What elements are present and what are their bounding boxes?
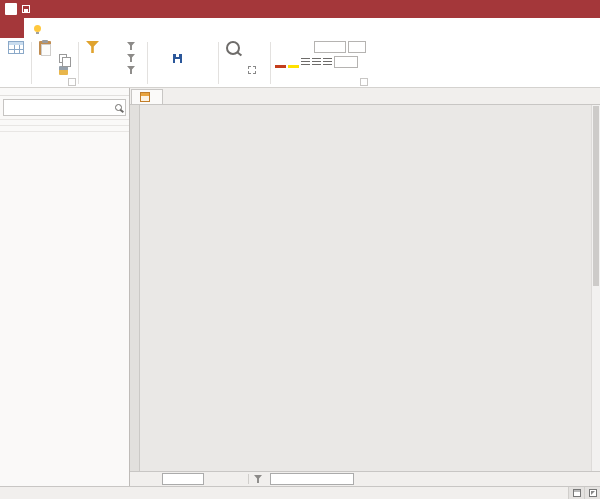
titlebar — [0, 0, 600, 18]
spelling-button[interactable] — [194, 52, 214, 64]
nav-section-forms[interactable] — [0, 131, 129, 137]
group-sort-filter — [80, 39, 146, 87]
tab-file[interactable] — [0, 18, 24, 38]
nav-object-list — [0, 119, 129, 486]
form-icon — [140, 92, 150, 102]
save-icon — [22, 5, 30, 13]
separator — [248, 474, 249, 484]
quick-save-button[interactable] — [22, 4, 30, 15]
highlight-color-button[interactable] — [288, 55, 299, 68]
view-icon — [8, 41, 24, 54]
form-view-button[interactable] — [568, 487, 584, 499]
find-button[interactable] — [223, 39, 243, 56]
align-left-button[interactable] — [301, 58, 310, 65]
filter-status-icon — [254, 475, 262, 483]
scrollbar-thumb[interactable] — [593, 106, 599, 286]
select-icon — [248, 66, 256, 74]
record-selector-bar[interactable] — [130, 105, 140, 471]
document-tab-bar — [130, 88, 600, 105]
advanced-filter-button[interactable] — [125, 52, 143, 64]
copy-icon — [59, 54, 67, 63]
form-view — [130, 105, 600, 471]
align-center-button[interactable] — [312, 58, 321, 65]
copy-button[interactable] — [57, 52, 74, 64]
dialog-launcher-icon[interactable] — [360, 78, 368, 86]
align-right-button[interactable] — [323, 58, 332, 65]
status-bar — [0, 486, 600, 499]
paste-icon — [39, 41, 51, 55]
cut-button[interactable] — [57, 40, 74, 52]
find-icon — [226, 41, 240, 55]
group-label-sort-filter — [83, 76, 143, 87]
more-button[interactable] — [194, 64, 214, 76]
font-color-button[interactable] — [275, 55, 286, 68]
selection-button[interactable] — [125, 40, 143, 52]
bold-button[interactable] — [275, 41, 286, 53]
view-shortcuts — [568, 487, 600, 499]
search-icon — [115, 104, 122, 111]
group-separator — [270, 42, 271, 84]
group-label-records — [152, 76, 214, 87]
replace-button[interactable] — [246, 40, 266, 52]
save-icon — [173, 54, 182, 63]
ribbon-tab-bar — [0, 18, 600, 38]
italic-button[interactable] — [288, 41, 299, 53]
paste-button[interactable] — [36, 39, 54, 57]
descending-button[interactable] — [105, 52, 122, 64]
document-area — [130, 88, 600, 486]
design-view-button[interactable] — [584, 487, 600, 499]
nav-search-input[interactable] — [7, 103, 113, 113]
form-view-icon — [573, 489, 581, 497]
filter-button[interactable] — [83, 39, 102, 54]
toggle-filter-button[interactable] — [125, 64, 143, 76]
record-position-box[interactable] — [162, 473, 204, 485]
access-app-icon — [5, 3, 17, 15]
group-text-formatting — [272, 39, 369, 87]
underline-button[interactable] — [301, 41, 312, 53]
new-record-ribbon-button[interactable] — [171, 40, 191, 52]
design-view-icon — [589, 489, 597, 497]
font-size-dropdown[interactable] — [348, 41, 366, 53]
group-views — [2, 39, 30, 87]
group-separator — [78, 42, 79, 84]
group-clipboard — [33, 39, 77, 87]
group-label-find — [223, 76, 266, 87]
navigation-pane — [0, 88, 130, 486]
font-name-dropdown[interactable] — [314, 41, 346, 53]
group-separator — [31, 42, 32, 84]
access-window — [0, 0, 600, 499]
format-painter-icon — [59, 66, 68, 75]
group-label-views — [5, 76, 27, 87]
group-separator — [147, 42, 148, 84]
lightbulb-icon — [34, 25, 41, 32]
toggle-filter-icon — [127, 66, 135, 74]
ascending-button[interactable] — [105, 40, 122, 52]
go-to-button[interactable] — [246, 52, 266, 64]
dialog-launcher-icon[interactable] — [68, 78, 76, 86]
filter-icon — [86, 41, 99, 53]
document-tab-frmEmployee[interactable] — [131, 89, 163, 104]
group-records — [149, 39, 217, 87]
workspace — [0, 88, 600, 486]
advanced-filter-icon — [127, 54, 135, 62]
view-button[interactable] — [5, 39, 27, 56]
selection-filter-icon — [127, 42, 135, 50]
save-record-button[interactable] — [171, 52, 191, 64]
record-navigation-bar — [130, 471, 600, 486]
ribbon — [0, 38, 600, 88]
nav-pane-header[interactable] — [0, 88, 129, 96]
totals-button[interactable] — [194, 40, 214, 52]
nav-search-box — [3, 99, 126, 116]
group-separator — [218, 42, 219, 84]
group-label-text-formatting — [275, 76, 366, 87]
select-button[interactable] — [246, 64, 266, 76]
delete-record-button[interactable] — [171, 64, 191, 76]
vertical-scrollbar[interactable] — [591, 105, 600, 471]
tell-me-box[interactable] — [34, 18, 45, 38]
remove-sort-button[interactable] — [105, 64, 122, 76]
refresh-all-button[interactable] — [152, 39, 168, 43]
group-find — [220, 39, 269, 87]
gridlines-dropdown[interactable] — [334, 56, 358, 68]
record-search-input[interactable] — [270, 473, 354, 485]
